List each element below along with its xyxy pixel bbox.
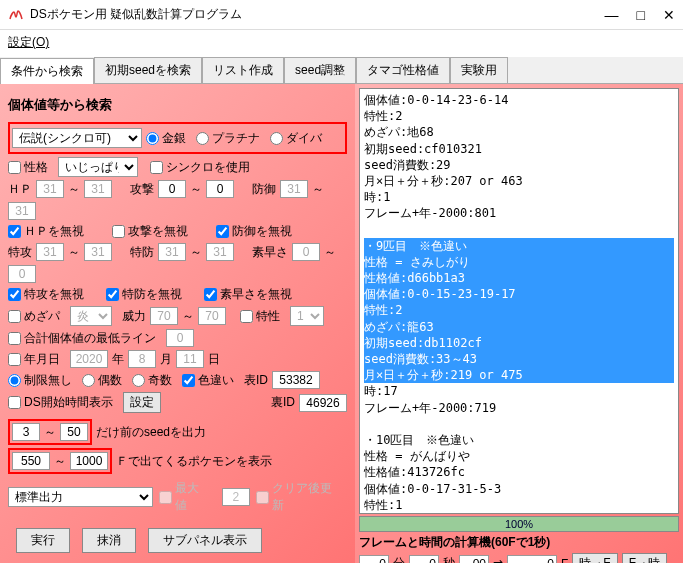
shiny-check[interactable] (182, 374, 195, 387)
max-check (159, 491, 172, 504)
tabbar: 条件から検索 初期seedを検索 リスト作成 seed調整 タマゴ性格値 実験用 (0, 57, 683, 84)
nature-check[interactable] (8, 161, 21, 174)
section-heading: 個体値等から検索 (8, 96, 347, 114)
tab-list[interactable]: リスト作成 (202, 57, 284, 83)
atk-label: 攻撃 (130, 181, 154, 198)
app-icon (8, 7, 24, 23)
spe-max[interactable] (8, 265, 36, 283)
menu-settings[interactable]: 設定(O) (8, 35, 49, 49)
clear-check (256, 491, 269, 504)
spa-label: 特攻 (8, 244, 32, 261)
hidden-check[interactable] (8, 310, 21, 323)
odd-radio[interactable] (132, 374, 145, 387)
minline-input[interactable] (166, 329, 194, 347)
prev-seed-min[interactable] (12, 423, 40, 441)
run-button[interactable]: 実行 (16, 528, 70, 553)
ignore-hp-check[interactable] (8, 225, 21, 238)
conv-frame[interactable] (507, 555, 557, 564)
ura-label: 裏ID (271, 394, 295, 411)
game-radio-kingin[interactable] (146, 132, 159, 145)
def-max[interactable] (8, 202, 36, 220)
prev-seed-label: だけ前のseedを出力 (96, 424, 206, 441)
tab-seed-adjust[interactable]: seed調整 (284, 57, 356, 83)
dstime-check[interactable] (8, 396, 21, 409)
spa-min[interactable] (36, 243, 64, 261)
ignore-spd-check[interactable] (106, 288, 119, 301)
omote-label: 表ID (244, 372, 268, 389)
power-max[interactable] (198, 307, 226, 325)
def-label: 防御 (252, 181, 276, 198)
set-button[interactable]: 設定 (123, 392, 161, 413)
conv-min[interactable] (359, 555, 389, 564)
ignore-spa-check[interactable] (8, 288, 21, 301)
game-radio-diamond[interactable] (270, 132, 283, 145)
year-input[interactable] (70, 350, 108, 368)
spd-label: 特防 (130, 244, 154, 261)
nolimit-radio[interactable] (8, 374, 21, 387)
tab-egg[interactable]: タマゴ性格値 (356, 57, 450, 83)
trait-select[interactable]: 1 (290, 306, 324, 326)
syncro-check[interactable] (150, 161, 163, 174)
frame-max[interactable] (70, 452, 108, 470)
maximize-button[interactable]: □ (637, 7, 645, 23)
ymd-check[interactable] (8, 353, 21, 366)
spe-label: 素早さ (252, 244, 288, 261)
conv-sec[interactable] (409, 555, 439, 564)
window-title: DSポケモン用 疑似乱数計算プログラム (30, 6, 605, 23)
progress-bar: 100% (359, 516, 679, 532)
spa-max[interactable] (84, 243, 112, 261)
max-input (222, 488, 250, 506)
output-textarea[interactable]: 個体値:0-0-14-23-6-14特性:2めざパ:地68初期seed:cf01… (359, 88, 679, 514)
def-min[interactable] (280, 180, 308, 198)
ignore-atk-check[interactable] (112, 225, 125, 238)
prev-seed-max[interactable] (60, 423, 88, 441)
spe-min[interactable] (292, 243, 320, 261)
spd-min[interactable] (158, 243, 186, 261)
tab-search-seed[interactable]: 初期seedを検索 (94, 57, 202, 83)
titlebar: DSポケモン用 疑似乱数計算プログラム — □ ✕ (0, 0, 683, 30)
ignore-spe-check[interactable] (204, 288, 217, 301)
menubar: 設定(O) (0, 30, 683, 55)
to-time-button[interactable]: F→時 (622, 553, 667, 563)
hp-label: ＨＰ (8, 181, 32, 198)
left-panel: 個体値等から検索 伝説(シンクロ可) 金銀 プラチナ ダイバ 性格 いじっぱり … (0, 84, 355, 563)
cancel-button[interactable]: 抹消 (82, 528, 136, 553)
output-select[interactable]: 標準出力 (8, 487, 153, 507)
minline-check[interactable] (8, 332, 21, 345)
legend-select[interactable]: 伝説(シンクロ可) (12, 128, 142, 148)
spd-max[interactable] (206, 243, 234, 261)
tab-search-by-condition[interactable]: 条件から検索 (0, 58, 94, 84)
close-button[interactable]: ✕ (663, 7, 675, 23)
nature-select[interactable]: いじっぱり (58, 157, 138, 177)
to-frame-button[interactable]: 時→F (572, 553, 617, 563)
conv-arrows-icon: ⇄ (493, 557, 503, 564)
omote-input[interactable] (272, 371, 320, 389)
even-radio[interactable] (82, 374, 95, 387)
minimize-button[interactable]: — (605, 7, 619, 23)
hidden-type-select[interactable]: 炎 (70, 306, 112, 326)
power-min[interactable] (150, 307, 178, 325)
conv-csec[interactable] (459, 555, 489, 564)
day-input[interactable] (176, 350, 204, 368)
hp-min[interactable] (36, 180, 64, 198)
frame-min[interactable] (12, 452, 50, 470)
tab-experiment[interactable]: 実験用 (450, 57, 508, 83)
ignore-def-check[interactable] (216, 225, 229, 238)
frame-label: Ｆで出てくるポケモンを表示 (116, 453, 272, 470)
atk-max[interactable] (206, 180, 234, 198)
month-input[interactable] (128, 350, 156, 368)
game-radio-platinum[interactable] (196, 132, 209, 145)
ura-input[interactable] (299, 394, 347, 412)
subpanel-button[interactable]: サブパネル表示 (148, 528, 262, 553)
power-label: 威力 (122, 308, 146, 325)
hp-max[interactable] (84, 180, 112, 198)
atk-min[interactable] (158, 180, 186, 198)
right-panel: 個体値:0-0-14-23-6-14特性:2めざパ:地68初期seed:cf01… (355, 84, 683, 563)
frame-calc-label: フレームと時間の計算機(60Fで1秒) (359, 534, 679, 551)
trait-check[interactable] (240, 310, 253, 323)
